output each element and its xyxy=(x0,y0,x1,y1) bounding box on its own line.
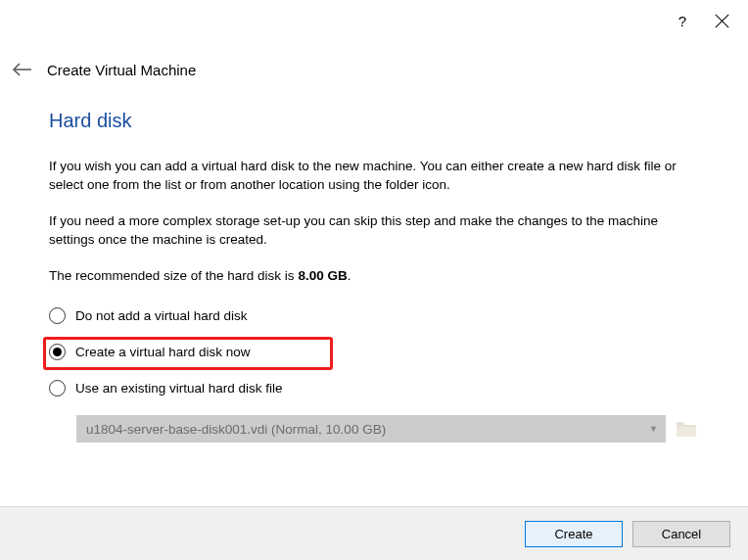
folder-browse-icon[interactable] xyxy=(674,416,699,442)
wizard-title: Create Virtual Machine xyxy=(47,62,196,78)
radio-icon xyxy=(49,380,66,397)
content-area: Hard disk If you wish you can add a virt… xyxy=(0,90,748,443)
create-button[interactable]: Create xyxy=(525,521,623,547)
radio-label: Use an existing virtual hard disk file xyxy=(75,381,283,396)
existing-disk-row: u1804-server-base-disk001.vdi (Normal, 1… xyxy=(49,415,699,443)
existing-disk-dropdown[interactable]: u1804-server-base-disk001.vdi (Normal, 1… xyxy=(76,415,666,443)
help-button[interactable]: ? xyxy=(678,13,686,29)
radio-option-use-existing[interactable]: Use an existing virtual hard disk file xyxy=(49,375,699,401)
radio-option-create-now[interactable]: Create a virtual hard disk now xyxy=(49,339,699,365)
radio-icon xyxy=(49,344,66,360)
radio-option-no-disk[interactable]: Do not add a virtual hard disk xyxy=(49,303,699,329)
recommended-size: 8.00 GB xyxy=(298,268,347,283)
radio-icon xyxy=(49,307,66,324)
cancel-button[interactable]: Cancel xyxy=(632,521,730,547)
para3-suffix: . xyxy=(348,268,351,283)
wizard-header: Create Virtual Machine xyxy=(0,41,748,90)
radio-group: Do not add a virtual hard disk Create a … xyxy=(49,303,699,443)
paragraph-3: The recommended size of the hard disk is… xyxy=(49,267,699,286)
page-title: Hard disk xyxy=(49,110,699,132)
dropdown-value: u1804-server-base-disk001.vdi (Normal, 1… xyxy=(86,422,386,437)
close-icon[interactable] xyxy=(714,13,730,29)
para3-prefix: The recommended size of the hard disk is xyxy=(49,268,298,283)
radio-label: Do not add a virtual hard disk xyxy=(75,308,248,323)
chevron-down-icon: ▼ xyxy=(649,424,658,434)
footer: Create Cancel xyxy=(0,506,748,560)
titlebar: ? xyxy=(0,0,748,41)
radio-label: Create a virtual hard disk now xyxy=(75,345,251,359)
paragraph-1: If you wish you can add a virtual hard d… xyxy=(49,158,699,195)
paragraph-2: If you need a more complex storage set-u… xyxy=(49,212,699,250)
back-arrow-icon[interactable] xyxy=(12,59,33,80)
